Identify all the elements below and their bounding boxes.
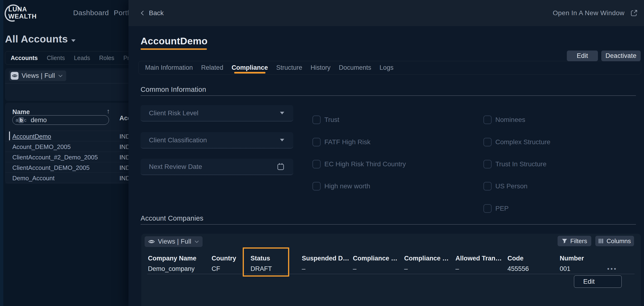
checkbox-box: [484, 115, 492, 124]
client-risk-level-select[interactable]: Client Risk Level: [140, 105, 293, 121]
filters-button[interactable]: Filters: [558, 236, 591, 246]
name-filter-value: demo: [31, 116, 47, 124]
luna-wealth-logo[interactable]: LUNA WEALTH: [5, 3, 40, 23]
tab-clients[interactable]: Clients: [47, 54, 65, 61]
checkbox-label: High new worth: [324, 182, 370, 190]
row-menu-edit-item[interactable]: Edit: [574, 275, 622, 288]
tab-compliance[interactable]: Compliance: [232, 61, 268, 74]
selected-row-indicator: [9, 131, 10, 140]
column-header-compliance-2[interactable]: Compliance …: [404, 255, 449, 262]
open-in-new-window-label: Open In A New Window: [553, 9, 624, 17]
brand-line2: WEALTH: [8, 13, 36, 20]
checkbox-label: Trust: [324, 116, 339, 124]
list-item[interactable]: Demo_Account IND: [5, 173, 148, 183]
checkbox-us-person[interactable]: US Person: [484, 182, 528, 191]
name-filter-input[interactable]: a b c demo: [12, 115, 109, 125]
cell-allowed-transactions: –: [456, 265, 459, 273]
divider: [5, 83, 148, 83]
account-companies-panel: Views | Full Filters Columns Company Nam…: [141, 234, 641, 306]
column-header-country[interactable]: Country: [212, 255, 236, 262]
checkbox-box: [484, 160, 492, 168]
tab-history[interactable]: History: [310, 61, 330, 74]
nav-item-portfolios[interactable]: Portf: [114, 0, 129, 26]
account-name[interactable]: Acount_DEMO_2005: [12, 143, 71, 151]
views-full-label: Views | Full: [22, 72, 55, 79]
eye-icon: [148, 239, 155, 244]
title-accent-underline: [140, 48, 207, 50]
account-name[interactable]: ClientAccount_#2_Demo_2005: [12, 154, 98, 161]
heading-caret-down-icon[interactable]: [71, 39, 76, 42]
list-item[interactable]: ClientAccount_DEMO_2005 IND: [5, 162, 148, 173]
tab-leads[interactable]: Leads: [74, 54, 90, 61]
edit-button[interactable]: Edit: [567, 50, 598, 61]
abc-c: c: [24, 117, 26, 123]
columns-button[interactable]: Columns: [595, 236, 634, 246]
checkbox-nominees[interactable]: Nominees: [484, 115, 525, 124]
checkbox-label: FATF High Risk: [324, 138, 370, 146]
page-title-all-accounts[interactable]: All Accounts: [5, 33, 68, 45]
tab-related[interactable]: Related: [201, 61, 223, 74]
account-title: AccountDemo: [140, 35, 208, 47]
abc-filter-icon[interactable]: a b c: [16, 117, 26, 123]
companies-views-full-dropdown[interactable]: Views | Full: [144, 236, 202, 247]
column-header-code[interactable]: Code: [508, 255, 524, 262]
column-header-suspended-date[interactable]: Suspended D…: [302, 255, 349, 262]
external-link-icon: [630, 9, 638, 17]
account-name[interactable]: ClientAccount_DEMO_2005: [12, 164, 90, 172]
checkbox-high-new-worth[interactable]: High new worth: [312, 182, 370, 191]
sort-ascending-icon[interactable]: ↑: [106, 107, 110, 115]
tab-main-information[interactable]: Main Information: [145, 61, 193, 74]
checkbox-ec-high-risk-third-country[interactable]: EC High Risk Third Country: [312, 160, 406, 168]
detail-topbar: Back Open In A New Window: [128, 0, 644, 26]
back-button[interactable]: Back: [141, 0, 164, 26]
columns-icon: [598, 238, 604, 244]
account-name-link[interactable]: AccountDemo: [12, 133, 51, 140]
views-full-dropdown[interactable]: Views | Full: [9, 70, 66, 81]
checkbox-label: Nominees: [495, 116, 525, 124]
select-caret-icon: [280, 139, 284, 141]
page-edge-strip: [0, 0, 3, 306]
cell-country: CF: [212, 265, 220, 273]
eye-icon: [11, 72, 18, 80]
deactivate-button[interactable]: Deactivate: [601, 50, 641, 61]
account-name[interactable]: Demo_Account: [12, 175, 54, 182]
cell-code: 455556: [508, 265, 529, 273]
checkbox-label: US Person: [495, 182, 528, 190]
tab-accounts[interactable]: Accounts: [11, 54, 38, 61]
nav-item-dashboard[interactable]: Dashboard: [73, 0, 109, 26]
list-item[interactable]: Acount_DEMO_2005 IND: [5, 141, 148, 152]
column-header-name[interactable]: Name: [12, 108, 30, 116]
open-in-new-window-button[interactable]: Open In A New Window: [553, 0, 638, 26]
checkbox-trust-in-structure[interactable]: Trust In Structure: [484, 160, 546, 168]
column-header-allowed-transactions[interactable]: Allowed Tran…: [456, 255, 502, 262]
chevron-down-icon: [194, 240, 199, 243]
client-classification-select[interactable]: Client Classification: [140, 132, 293, 148]
checkbox-pep[interactable]: PEP: [484, 204, 509, 213]
tab-roles[interactable]: Roles: [99, 54, 114, 61]
column-header-company-name[interactable]: Company Name: [148, 255, 196, 262]
active-tab-underline: [234, 72, 266, 73]
tab-documents[interactable]: Documents: [339, 61, 372, 74]
checkbox-label: PEP: [495, 205, 509, 212]
checkbox-label: Complex Structure: [495, 138, 550, 146]
cell-compliance-2: –: [404, 265, 408, 273]
checkbox-trust[interactable]: Trust: [312, 115, 339, 124]
checkbox-fatf-high-risk[interactable]: FATF High Risk: [312, 138, 370, 146]
accounts-list: AccountDemo IND Acount_DEMO_2005 IND Cli…: [5, 131, 148, 183]
select-caret-icon: [280, 112, 284, 114]
list-item-accountdemo[interactable]: AccountDemo IND: [5, 131, 148, 141]
tab-logs[interactable]: Logs: [380, 61, 394, 74]
next-review-date-label: Next Review Date: [149, 163, 277, 171]
column-header-number[interactable]: Number: [560, 255, 584, 262]
checkbox-complex-structure[interactable]: Complex Structure: [484, 138, 550, 146]
column-header-status[interactable]: Status: [250, 255, 270, 262]
list-item[interactable]: ClientAccount_#2_Demo_2005 IND: [5, 152, 148, 162]
filters-label: Filters: [570, 238, 587, 245]
tab-structure[interactable]: Structure: [276, 61, 302, 74]
client-classification-label: Client Classification: [149, 136, 280, 144]
cell-number: 001: [560, 265, 570, 273]
next-review-date-field[interactable]: Next Review Date: [140, 159, 293, 175]
views-full-label: Views | Full: [158, 238, 192, 245]
row-actions-menu[interactable]: •••: [607, 265, 617, 273]
column-header-compliance-1[interactable]: Compliance …: [353, 255, 398, 262]
